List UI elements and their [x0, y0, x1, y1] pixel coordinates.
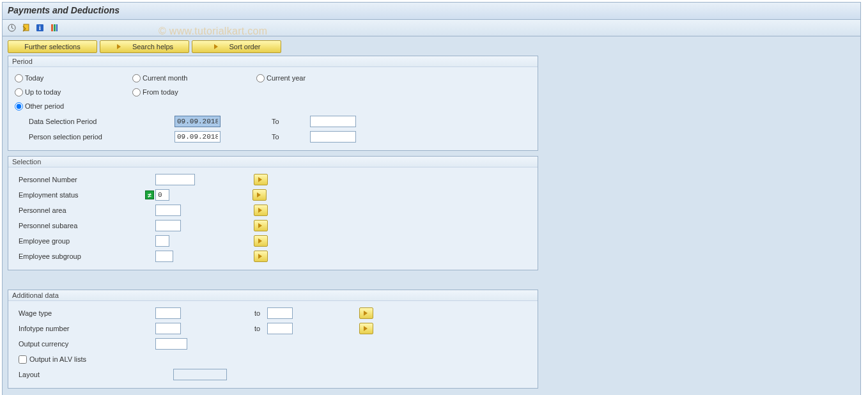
data-selection-to-input[interactable]	[310, 116, 356, 127]
person-selection-to-input[interactable]	[310, 131, 356, 143]
layout-input[interactable]	[173, 369, 227, 380]
wage-type-from-input[interactable]	[155, 307, 181, 319]
execute-icon[interactable]	[6, 23, 17, 33]
personnel-subarea-multiple-button[interactable]	[254, 220, 268, 231]
svg-rect-6	[51, 24, 53, 31]
employment-status-multiple-button[interactable]	[252, 189, 267, 201]
radio-up-to-today[interactable]: Up to today	[15, 88, 130, 97]
alv-lists-checkbox[interactable]	[19, 355, 27, 364]
radio-current-month-label: Current month	[143, 74, 187, 82]
radio-current-month[interactable]: Current month	[132, 74, 254, 82]
radio-from-today-label: From today	[143, 88, 178, 96]
search-helps-button[interactable]: Search helps	[100, 40, 189, 53]
infotype-to-input[interactable]	[267, 323, 293, 334]
radio-current-year[interactable]: Current year	[256, 74, 306, 82]
data-selection-from-input[interactable]	[174, 116, 221, 127]
org-structure-icon[interactable]	[49, 23, 59, 33]
radio-current-year-input[interactable]	[256, 74, 265, 82]
not-equal-icon[interactable]: ≠	[145, 190, 154, 199]
radio-current-year-label: Current year	[267, 74, 306, 82]
employment-status-input[interactable]	[155, 189, 169, 201]
radio-other-period-label: Other period	[25, 102, 64, 110]
employee-group-label: Employee group	[15, 237, 155, 245]
group-selection: Selection Personnel Number Employment st…	[8, 156, 538, 270]
radio-other-period-input[interactable]	[15, 102, 23, 111]
svg-rect-7	[54, 24, 56, 31]
personnel-number-multiple-button[interactable]	[254, 174, 268, 185]
search-helps-label: Search helps	[132, 43, 173, 50]
radio-up-to-today-label: Up to today	[25, 88, 61, 96]
radio-other-period[interactable]: Other period	[15, 102, 64, 111]
page-title: Payments and Deductions	[8, 5, 855, 15]
variant-icon[interactable]	[20, 23, 31, 33]
group-period: Period Today Current month Current year	[8, 56, 538, 151]
app-toolbar: i	[3, 20, 860, 36]
svg-line-2	[12, 28, 13, 29]
personnel-area-multiple-button[interactable]	[254, 205, 268, 216]
radio-from-today[interactable]: From today	[132, 88, 178, 97]
infotype-to-label: to	[248, 325, 267, 332]
title-bar: Payments and Deductions	[3, 3, 860, 20]
employee-group-input[interactable]	[155, 235, 169, 247]
wage-type-label: Wage type	[15, 309, 155, 317]
svg-rect-8	[56, 24, 58, 31]
output-currency-label: Output currency	[15, 340, 155, 348]
data-selection-to-label: To	[265, 118, 310, 125]
selection-buttons-row: Further selections Search helps Sort ord…	[8, 40, 855, 53]
group-additional-header: Additional data	[8, 290, 538, 301]
wage-type-to-label: to	[248, 309, 267, 317]
further-selections-label: Further selections	[24, 43, 80, 50]
person-selection-period-label: Person selection period	[15, 133, 174, 141]
employee-subgroup-label: Employee subgroup	[15, 252, 155, 260]
personnel-number-label: Personnel Number	[15, 176, 155, 183]
data-selection-period-label: Data Selection Period	[15, 118, 174, 125]
employee-subgroup-multiple-button[interactable]	[254, 251, 268, 262]
radio-today-input[interactable]	[15, 74, 23, 82]
infotype-multiple-button[interactable]	[359, 323, 373, 334]
personnel-number-input[interactable]	[155, 174, 195, 185]
alv-lists-label: Output in ALV lists	[29, 355, 86, 363]
personnel-subarea-input[interactable]	[155, 220, 181, 231]
group-additional-data: Additional data Wage type to Infotype nu…	[8, 290, 538, 389]
arrow-right-icon	[116, 43, 123, 50]
radio-up-to-today-input[interactable]	[15, 88, 23, 97]
wage-type-multiple-button[interactable]	[359, 307, 373, 319]
further-selections-button[interactable]: Further selections	[8, 40, 97, 53]
employment-status-label: Employment status	[15, 191, 145, 199]
radio-from-today-input[interactable]	[132, 88, 141, 97]
sort-order-button[interactable]: Sort order	[192, 40, 281, 53]
employee-subgroup-input[interactable]	[155, 251, 173, 262]
personnel-area-label: Personnel area	[15, 206, 155, 214]
group-period-header: Period	[8, 56, 538, 67]
sort-order-label: Sort order	[229, 43, 261, 50]
layout-label: Layout	[15, 371, 155, 378]
wage-type-to-input[interactable]	[267, 307, 293, 319]
person-selection-from-input[interactable]	[174, 131, 221, 143]
person-selection-to-label: To	[265, 133, 310, 141]
radio-today-label: Today	[25, 74, 43, 82]
personnel-area-input[interactable]	[155, 205, 181, 216]
infotype-from-input[interactable]	[155, 323, 181, 334]
svg-text:i: i	[39, 24, 41, 31]
arrow-right-icon	[213, 43, 221, 50]
infotype-number-label: Infotype number	[15, 325, 155, 332]
group-selection-header: Selection	[8, 157, 538, 167]
radio-current-month-input[interactable]	[132, 74, 141, 82]
employee-group-multiple-button[interactable]	[254, 235, 268, 247]
output-currency-input[interactable]	[155, 338, 187, 350]
info-icon[interactable]: i	[35, 23, 45, 33]
radio-today[interactable]: Today	[15, 74, 130, 82]
personnel-subarea-label: Personnel subarea	[15, 222, 155, 229]
